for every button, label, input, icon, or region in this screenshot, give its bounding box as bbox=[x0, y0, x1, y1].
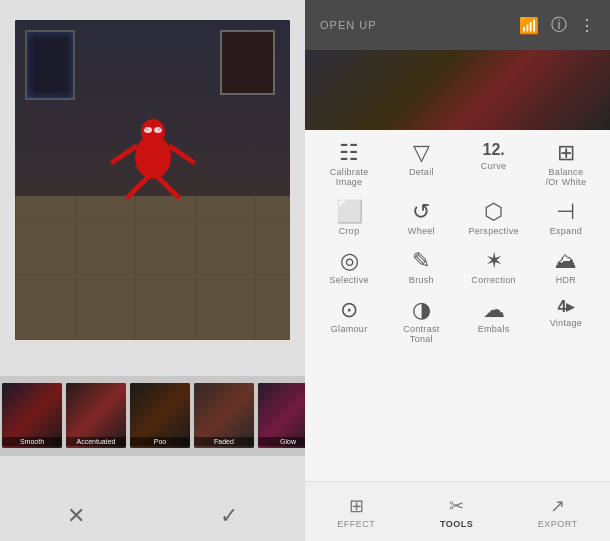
effect-icon: ⊞ bbox=[349, 495, 364, 517]
tool-calibrate[interactable]: ☷ CalibrateImage bbox=[317, 138, 382, 191]
app-title: OPEN UP bbox=[320, 19, 377, 31]
header-icons: 📶 ⓘ ⋮ bbox=[519, 15, 595, 36]
svg-line-6 bbox=[128, 177, 148, 197]
detail-label: Detail bbox=[409, 167, 434, 177]
balance-icon: ⊞ bbox=[557, 142, 575, 164]
tools-grid: ☷ CalibrateImage ▽ Detail 12. Curve ⊞ Ba… bbox=[305, 130, 610, 481]
thumbnail-faded[interactable]: Faded bbox=[194, 383, 254, 448]
tool-crop[interactable]: ⬜ Crop bbox=[317, 197, 382, 240]
cancel-icon: ✕ bbox=[67, 503, 85, 529]
balance-label: Balance/Or White bbox=[546, 167, 587, 187]
confirm-button[interactable]: ✓ bbox=[204, 496, 254, 536]
hdr-label: HDR bbox=[556, 275, 576, 285]
curve-label: Curve bbox=[481, 161, 507, 171]
wifi-icon: 📶 bbox=[519, 16, 539, 35]
embals-icon: ☁ bbox=[483, 299, 505, 321]
tool-balance[interactable]: ⊞ Balance/Or White bbox=[533, 138, 598, 191]
glamour-label: Glamour bbox=[331, 324, 368, 334]
thumbnail-strip: Smooth Accentuated Poo Faded Glow Mornin… bbox=[0, 376, 305, 456]
vintage-label: Vintage bbox=[550, 318, 582, 328]
embals-label: Embals bbox=[478, 324, 510, 334]
main-image bbox=[15, 20, 290, 340]
effect-label: EFFECT bbox=[337, 519, 375, 529]
tool-contrast[interactable]: ◑ ContrastTonal bbox=[389, 295, 454, 348]
menu-icon[interactable]: ⋮ bbox=[579, 16, 595, 35]
contrast-icon: ◑ bbox=[412, 299, 431, 321]
crop-label: Crop bbox=[339, 226, 360, 236]
thumbnail-glow[interactable]: Glow bbox=[258, 383, 305, 448]
brush-icon: ✎ bbox=[412, 250, 430, 272]
tool-curve[interactable]: 12. Curve bbox=[461, 138, 526, 191]
export-icon: ↗ bbox=[550, 495, 565, 517]
wall-frame-left bbox=[25, 30, 75, 100]
tool-embals[interactable]: ☁ Embals bbox=[461, 295, 526, 348]
tool-vintage[interactable]: 4▸ Vintage bbox=[533, 295, 598, 348]
cancel-button[interactable]: ✕ bbox=[51, 496, 101, 536]
svg-point-1 bbox=[141, 119, 165, 145]
hdr-icon: ⛰ bbox=[555, 250, 577, 272]
wall-frame-right bbox=[220, 30, 275, 95]
nav-export[interactable]: ↗ EXPORT bbox=[528, 490, 588, 534]
crop-icon: ⬜ bbox=[336, 201, 363, 223]
thumbnail-accentuated[interactable]: Accentuated bbox=[66, 383, 126, 448]
tools-label: TOOLS bbox=[440, 519, 473, 529]
selective-icon: ◎ bbox=[340, 250, 359, 272]
thumbnail-smooth[interactable]: Smooth bbox=[2, 383, 62, 448]
vintage-icon: 4▸ bbox=[557, 299, 574, 315]
tool-wheel[interactable]: ↺ Wheel bbox=[389, 197, 454, 240]
detail-icon: ▽ bbox=[413, 142, 430, 164]
tools-icon: ✂ bbox=[449, 495, 464, 517]
tool-hdr[interactable]: ⛰ HDR bbox=[533, 246, 598, 289]
left-panel: Smooth Accentuated Poo Faded Glow Mornin… bbox=[0, 0, 305, 541]
calibrate-icon: ☷ bbox=[339, 142, 359, 164]
correction-icon: ✶ bbox=[485, 250, 503, 272]
perspective-label: Perspective bbox=[468, 226, 518, 236]
svg-line-4 bbox=[113, 147, 135, 162]
confirm-icon: ✓ bbox=[220, 503, 238, 529]
bottom-navigation: ⊞ EFFECT ✂ TOOLS ↗ EXPORT bbox=[305, 481, 610, 541]
tools-row-4: ⊙ Glamour ◑ ContrastTonal ☁ Embals 4▸ Vi… bbox=[313, 295, 602, 348]
info-icon[interactable]: ⓘ bbox=[551, 15, 567, 36]
tool-detail[interactable]: ▽ Detail bbox=[389, 138, 454, 191]
contrast-label: ContrastTonal bbox=[403, 324, 439, 344]
calibrate-label: CalibrateImage bbox=[330, 167, 369, 187]
tool-brush[interactable]: ✎ Brush bbox=[389, 246, 454, 289]
thumbnail-poo[interactable]: Poo bbox=[130, 383, 190, 448]
glamour-icon: ⊙ bbox=[340, 299, 358, 321]
tools-row-2: ⬜ Crop ↺ Wheel ⬡ Perspective ⊣ Expand bbox=[313, 197, 602, 240]
svg-line-7 bbox=[158, 177, 178, 197]
tool-expand[interactable]: ⊣ Expand bbox=[533, 197, 598, 240]
svg-line-5 bbox=[171, 147, 193, 162]
export-label: EXPORT bbox=[538, 519, 578, 529]
image-preview bbox=[305, 50, 610, 130]
tool-selective[interactable]: ◎ Selective bbox=[317, 246, 382, 289]
tool-glamour[interactable]: ⊙ Glamour bbox=[317, 295, 382, 348]
selective-label: Selective bbox=[330, 275, 369, 285]
correction-label: Correction bbox=[471, 275, 516, 285]
wheel-icon: ↺ bbox=[412, 201, 430, 223]
tools-row-1: ☷ CalibrateImage ▽ Detail 12. Curve ⊞ Ba… bbox=[313, 138, 602, 191]
expand-label: Expand bbox=[550, 226, 582, 236]
right-panel: OPEN UP 📶 ⓘ ⋮ ☷ CalibrateImage ▽ Detail … bbox=[305, 0, 610, 541]
tool-perspective[interactable]: ⬡ Perspective bbox=[461, 197, 526, 240]
wheel-label: Wheel bbox=[408, 226, 435, 236]
curve-icon: 12. bbox=[483, 142, 505, 158]
app-header: OPEN UP 📶 ⓘ ⋮ bbox=[305, 0, 610, 50]
nav-tools[interactable]: ✂ TOOLS bbox=[430, 490, 483, 534]
spiderman-figure bbox=[93, 92, 213, 212]
tool-correction[interactable]: ✶ Correction bbox=[461, 246, 526, 289]
tools-row-3: ◎ Selective ✎ Brush ✶ Correction ⛰ HDR bbox=[313, 246, 602, 289]
brush-label: Brush bbox=[409, 275, 434, 285]
perspective-icon: ⬡ bbox=[484, 201, 503, 223]
nav-effect[interactable]: ⊞ EFFECT bbox=[327, 490, 385, 534]
bottom-action-bar: ✕ ✓ bbox=[0, 491, 305, 541]
expand-icon: ⊣ bbox=[556, 201, 575, 223]
preview-image-content bbox=[305, 50, 610, 130]
floor bbox=[15, 196, 290, 340]
